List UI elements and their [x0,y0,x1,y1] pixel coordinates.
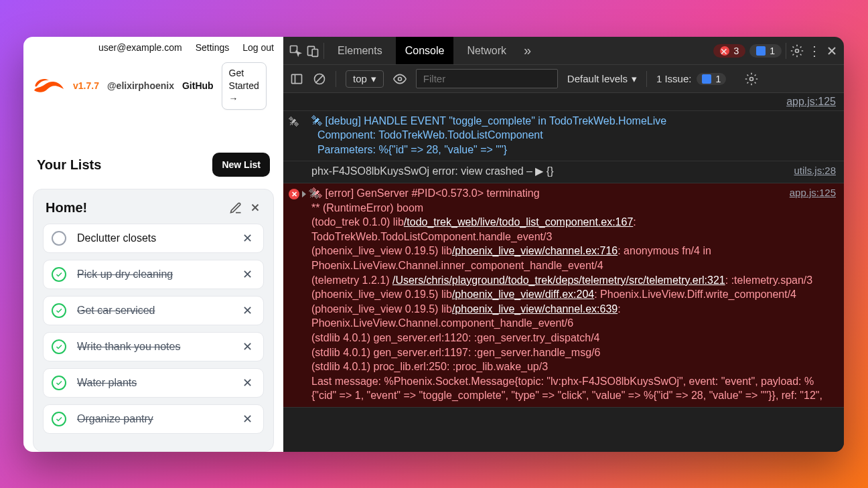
todo-label: Organize pantry [77,413,240,425]
log-levels-selector[interactable]: Default levels▾ [567,73,637,85]
divider [336,71,336,87]
close-devtools-icon[interactable] [825,44,839,58]
log-text: 🛰 [debug] HANDLE EVENT "toggle_complete"… [311,115,666,155]
issues-label: 1 Issue: [656,73,692,84]
check-complete-icon[interactable] [52,412,66,426]
error-badge[interactable]: ✕3 [713,44,745,58]
gear-icon[interactable] [745,72,758,86]
delete-icon[interactable]: ✕ [240,232,255,244]
log-text: 🛰 [error] GenServer #PID<0.573.0> termin… [311,187,540,199]
todo-label: Get car serviced [77,305,240,317]
new-list-button[interactable]: New List [212,153,270,177]
phoenix-app: user@example.com Settings Log out v1.7.7… [23,37,283,452]
todo-list-card: Home! Declutter closets✕Pick up dry clea… [33,189,274,452]
delete-icon[interactable]: ✕ [240,305,255,317]
delete-icon[interactable]: ✕ [240,341,255,353]
github-link[interactable]: GitHub [182,80,214,91]
trace-link[interactable]: /phoenix_live_view/diff.ex:204 [452,289,594,300]
gear-icon[interactable] [790,44,804,58]
error-icon: ✕ [289,189,299,199]
todo-item: Pick up dry cleaning✕ [43,260,264,289]
tab-elements[interactable]: Elements [328,37,392,64]
log-text: : Phoenix.LiveView.Diff.write_component/… [594,289,796,300]
issues-count: 1 [715,74,721,84]
log-text: Last message: %Phoenix.Socket.Message{to… [311,376,822,402]
settings-link[interactable]: Settings [196,42,230,53]
device-icon[interactable] [306,44,319,58]
tab-network[interactable]: Network [457,37,516,64]
todo-item: Write thank you notes✕ [43,332,264,361]
list-title: Home! [46,200,87,216]
log-text: (phoenix_live_view 0.19.5) lib [311,245,452,256]
delete-icon[interactable]: ✕ [240,377,255,389]
app-window: user@example.com Settings Log out v1.7.7… [23,37,844,452]
check-complete-icon[interactable] [52,339,66,354]
twitter-handle[interactable]: @elixirphoenix [107,80,174,91]
todo-item: Get car serviced✕ [43,296,264,325]
todo-item: Declutter closets✕ [43,224,264,253]
log-text: (todo_trek 0.1.0) lib [311,216,404,228]
info-badge[interactable]: 1 [749,44,782,58]
check-pending-icon[interactable] [52,231,66,246]
version-label: v1.7.7 [73,80,99,91]
console-row: 🛰 🛰 [debug] HANDLE EVENT "toggle_complet… [283,111,844,162]
card-header: Home! [43,200,264,216]
check-complete-icon[interactable] [52,376,66,390]
context-label: top [353,73,367,84]
console-row: utils.js:28 phx-F4JSO8lbKuysSwOj error: … [283,161,844,183]
close-icon[interactable] [249,201,261,215]
tab-console[interactable]: Console [396,37,454,64]
info-count: 1 [770,46,775,56]
console-row: app.js:125 [283,93,844,111]
divider [323,43,324,59]
edit-icon[interactable] [229,201,242,215]
console-toolbar: top▾ Default levels▾ 1 Issue: 1 [283,65,844,93]
log-text: (stdlib 4.0.1) proc_lib.erl:250: :proc_l… [311,361,548,372]
trace-link[interactable]: /todo_trek_web/live/todo_list_component.… [404,216,633,228]
source-link[interactable]: app.js:125 [790,186,836,199]
kebab-icon[interactable]: ⋮ [808,43,821,59]
log-text: (stdlib 4.0.1) gen_server.erl:1120: :gen… [311,332,599,343]
chevron-down-icon: ▾ [371,73,376,85]
user-email: user@example.com [98,42,182,53]
todo-label: Declutter closets [77,232,240,244]
trace-link[interactable]: /phoenix_live_view/channel.ex:639 [452,303,618,315]
expand-icon[interactable] [302,191,306,197]
log-text: ** (RuntimeError) boom [311,202,423,214]
logout-link[interactable]: Log out [242,42,274,53]
issues-indicator[interactable]: 1 Issue: 1 [656,73,726,85]
devtools-tabs: Elements Console Network » ✕3 1 ⋮ [283,37,844,65]
divider [646,71,647,87]
eye-icon[interactable] [393,72,407,86]
source-link[interactable]: utils.js:28 [794,164,836,177]
check-complete-icon[interactable] [52,267,66,282]
console-output[interactable]: app.js:125 🛰 🛰 [debug] HANDLE EVENT "tog… [283,93,844,452]
todo-item: Organize pantry✕ [43,404,264,434]
sidebar-toggle-icon[interactable] [290,72,303,86]
app-header: v1.7.7 @elixirphoenix GitHub Get Started… [23,58,283,123]
log-text: : :telemetry.span/3 [725,274,812,286]
log-text: phx-F4JSO8lbKuysSwOj error: view crashed… [311,165,553,177]
log-text: (telemetry 1.2.1) [311,274,392,286]
delete-icon[interactable]: ✕ [240,413,255,425]
more-tabs-icon[interactable]: » [520,43,535,58]
clear-console-icon[interactable] [313,72,326,86]
phoenix-logo-icon[interactable] [33,76,65,96]
check-complete-icon[interactable] [52,303,66,318]
inspect-icon[interactable] [289,44,302,58]
todo-label: Write thank you notes [77,341,240,353]
levels-label: Default levels [567,73,628,84]
log-text: (phoenix_live_view 0.19.5) lib [311,289,452,300]
trace-link[interactable]: /phoenix_live_view/channel.ex:716 [452,245,618,256]
svg-point-7 [750,77,753,80]
lists-header: Your Lists New List [23,153,283,189]
trace-link[interactable]: /Users/chris/playground/todo_trek/deps/t… [392,274,725,286]
todo-label: Pick up dry cleaning [77,268,240,280]
source-link[interactable]: app.js:125 [786,96,836,107]
get-started-button[interactable]: Get Started → [222,62,267,110]
delete-icon[interactable]: ✕ [240,268,255,280]
filter-input[interactable] [416,69,558,88]
todo-label: Water plants [77,377,240,389]
context-selector[interactable]: top▾ [346,70,384,88]
error-count: 3 [733,46,739,56]
